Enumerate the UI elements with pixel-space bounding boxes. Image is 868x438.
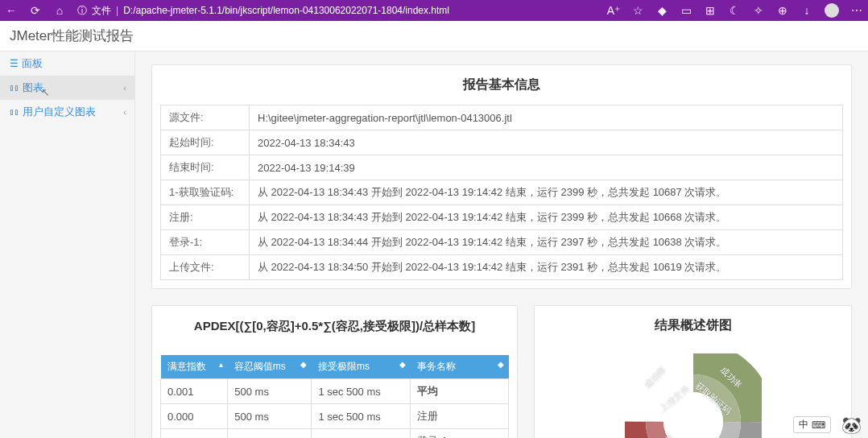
chat-icon[interactable]: ▭ [680, 4, 692, 17]
table-row: 0.000500 ms1 sec 500 ms登录-1 [161, 429, 509, 439]
apdex-table: 满意指数▴ 容忍阈值ms◆ 接受极限ms◆ 事务名称◆ 0.001500 ms1… [160, 355, 509, 438]
table-row: 源文件:H:\gitee\jmeter-aggregation-report\j… [161, 105, 843, 130]
chevron-left-icon: ‹ [123, 107, 126, 117]
browser-toolbar: ← ⟳ ⌂ ⓘ 文件 | D:/apache-jmeter-5.1.1/bin/… [0, 0, 868, 21]
collections-icon[interactable]: ⊕ [776, 4, 789, 17]
more-icon[interactable]: ⋯ [850, 4, 863, 17]
back-icon[interactable]: ← [5, 4, 18, 17]
table-row: 结束时间:2022-04-13 19:14:39 [161, 155, 843, 180]
read-aloud-icon[interactable]: A⁺ [607, 4, 620, 17]
sort-icon: ◆ [498, 360, 504, 369]
sidebar-item-label: 面板 [22, 56, 43, 71]
col-header[interactable]: 满意指数▴ [161, 355, 228, 379]
apdex-title: APDEX[(∑[0,容忍]+0.5*∑(容忍,接受极限])/总样本数] [152, 306, 517, 347]
chevron-left-icon: ‹ [123, 83, 126, 93]
keyboard-icon: ⌨ [812, 419, 825, 431]
assistant-icon[interactable]: 🐼 [841, 415, 862, 435]
sidebar-item-dashboard[interactable]: ☰ 面板 [0, 52, 134, 76]
col-header[interactable]: 容忍阈值ms◆ [228, 355, 312, 379]
sidebar-item-custom-charts[interactable]: ⫾⫾ 用户自定义图表 ‹ [0, 100, 134, 124]
downloads-icon[interactable]: ↓ [800, 4, 813, 17]
chart-icon: ⫾⫾ [10, 82, 19, 93]
refresh-icon[interactable]: ⟳ [29, 4, 42, 17]
star-icon[interactable]: ☆ [631, 4, 644, 17]
ime-indicator[interactable]: 中⌨ [793, 416, 831, 433]
info-table: 源文件:H:\gitee\jmeter-aggregation-report\j… [160, 105, 843, 280]
apdex-panel: APDEX[(∑[0,容忍]+0.5*∑(容忍,接受极限])/总样本数] 满意指… [151, 305, 518, 438]
url-scheme-label: 文件 [92, 4, 111, 18]
sidebar-item-charts[interactable]: ⫾⫾ 图表 ‹ [0, 76, 134, 100]
sidebar-item-label: 用户自定义图表 [23, 105, 96, 119]
page-header: JMeter性能测试报告 [0, 21, 868, 52]
pie-chart[interactable]: 上传文件 获取验证码 注册 登录-1 成功率 成功率 成功率 成功率 [625, 353, 762, 438]
sort-icon: ◆ [399, 360, 406, 369]
url-separator: | [116, 5, 118, 16]
chart-icon: ⫾⫾ [10, 106, 19, 118]
pie-title: 结果概述饼图 [535, 306, 851, 345]
shield-icon[interactable]: ◆ [655, 4, 668, 17]
info-panel-title: 报告基本信息 [152, 65, 851, 105]
table-row: 1-获取验证码:从 2022-04-13 18:34:43 开始到 2022-0… [161, 180, 843, 205]
table-row: 注册:从 2022-04-13 18:34:43 开始到 2022-04-13 … [161, 205, 843, 230]
page-title: JMeter性能测试报告 [10, 27, 134, 45]
grid-icon[interactable]: ⊞ [704, 4, 717, 17]
table-row: 上传文件:从 2022-04-13 18:34:50 开始到 2022-04-1… [161, 255, 843, 280]
home-icon[interactable]: ⌂ [53, 4, 66, 17]
address-bar[interactable]: ⓘ 文件 | D:/apache-jmeter-5.1.1/bin/jkscri… [77, 4, 449, 18]
main-content: 报告基本信息 源文件:H:\gitee\jmeter-aggregation-r… [135, 52, 868, 438]
dashboard-icon: ☰ [10, 58, 19, 69]
table-row: 起始时间:2022-04-13 18:34:43 [161, 130, 843, 155]
sidebar-item-label: 图表 [23, 81, 43, 95]
info-panel: 报告基本信息 源文件:H:\gitee\jmeter-aggregation-r… [151, 64, 852, 289]
table-row: 登录-1:从 2022-04-13 18:34:44 开始到 2022-04-1… [161, 230, 843, 255]
sidebar: ☰ 面板 ⫾⫾ 图表 ‹ ⫾⫾ 用户自定义图表 ‹ [0, 52, 135, 438]
favorites-icon[interactable]: ✧ [752, 4, 765, 17]
table-row: 0.001500 ms1 sec 500 ms平均 [161, 379, 509, 404]
col-header[interactable]: 事务名称◆ [411, 355, 509, 379]
info-icon: ⓘ [77, 4, 87, 18]
url-text: D:/apache-jmeter-5.1.1/bin/jkscript/lemo… [123, 5, 449, 16]
col-header[interactable]: 接受极限ms◆ [312, 355, 411, 379]
table-row: 0.000500 ms1 sec 500 ms注册 [161, 404, 509, 429]
profile-avatar[interactable] [825, 3, 839, 18]
sort-icon: ◆ [300, 360, 307, 369]
extensions-icon[interactable]: ☾ [728, 4, 741, 17]
sort-icon: ▴ [219, 360, 223, 369]
